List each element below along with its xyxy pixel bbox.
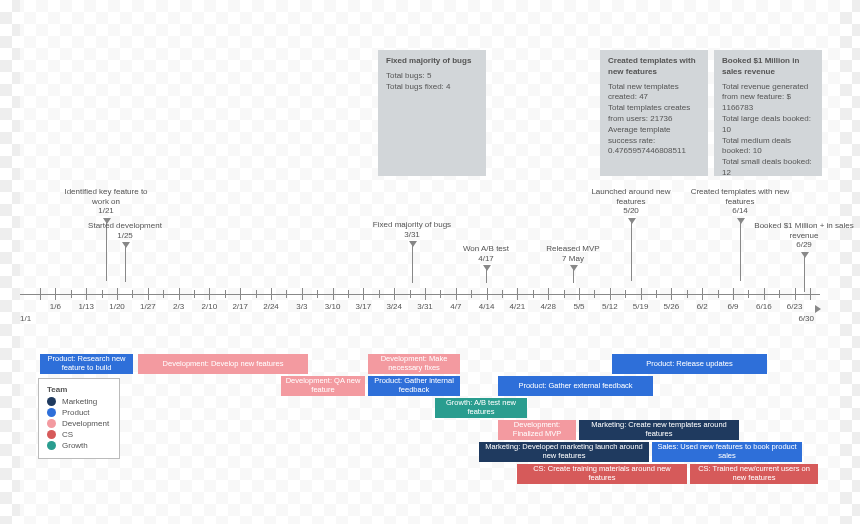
gantt-bar: Product: Gather external feedback bbox=[498, 376, 653, 396]
milestone-date: 6/14 bbox=[690, 206, 790, 216]
milestone-label: Identified key feature to work on bbox=[56, 187, 156, 206]
tick-label: 6/9 bbox=[727, 302, 738, 311]
legend-title: Team bbox=[47, 385, 109, 394]
milestone-date: 4/17 bbox=[436, 254, 536, 264]
info-card-line: Total new templates created: 47 bbox=[608, 82, 700, 104]
tick-label: 4/21 bbox=[510, 302, 526, 311]
info-card-line: Total bugs fixed: 4 bbox=[386, 82, 478, 93]
tick-label: 3/17 bbox=[356, 302, 372, 311]
tick-label: 2/3 bbox=[173, 302, 184, 311]
info-card-line: Total large deals booked: 10 bbox=[722, 114, 814, 136]
tick-label: 2/17 bbox=[232, 302, 248, 311]
tick-label: 2/24 bbox=[263, 302, 279, 311]
milestone-date: 1/21 bbox=[56, 206, 156, 216]
legend-swatch-icon bbox=[47, 441, 56, 450]
legend-item: Development bbox=[47, 419, 109, 428]
gantt-bar: Development: Finalized MVP bbox=[498, 420, 576, 440]
tick-label: 2/10 bbox=[202, 302, 218, 311]
tick-label: 5/19 bbox=[633, 302, 649, 311]
gantt-bar: Development: Make necessary fixes bbox=[368, 354, 460, 374]
tick-label: 5/5 bbox=[573, 302, 584, 311]
gantt-bar: Development: QA new feature bbox=[281, 376, 365, 396]
arrow-down-icon bbox=[740, 218, 741, 281]
legend-label: Development bbox=[62, 419, 109, 428]
legend-swatch-icon bbox=[47, 430, 56, 439]
milestone-label: Started development bbox=[75, 221, 175, 231]
milestone-date: 3/31 bbox=[362, 230, 462, 240]
gantt-bar: Development: Develop new features bbox=[138, 354, 308, 374]
info-card-line: Total medium deals booked: 10 bbox=[722, 136, 814, 158]
info-card-line: Total templates creates from users: 2173… bbox=[608, 103, 700, 125]
gantt-bar: Growth: A/B test new features bbox=[435, 398, 527, 418]
info-card-title: Booked $1 Million in sales revenue bbox=[722, 56, 814, 78]
axis-start-label: 1/1 bbox=[20, 314, 31, 323]
milestone-date: 1/25 bbox=[75, 231, 175, 241]
tick-label: 1/27 bbox=[140, 302, 156, 311]
legend-label: CS bbox=[62, 430, 73, 439]
legend-label: Marketing bbox=[62, 397, 97, 406]
tick-label: 1/20 bbox=[109, 302, 125, 311]
legend-swatch-icon bbox=[47, 419, 56, 428]
milestone-date: 5/20 bbox=[581, 206, 681, 216]
gantt-bar: Sales: Used new features to book product… bbox=[652, 442, 802, 462]
axis-end-label: 6/30 bbox=[798, 314, 814, 323]
tick-label: 3/10 bbox=[325, 302, 341, 311]
legend: Team MarketingProductDevelopmentCSGrowth bbox=[38, 378, 120, 459]
tick-label: 1/13 bbox=[78, 302, 94, 311]
legend-label: Product bbox=[62, 408, 90, 417]
info-card-line: Total bugs: 5 bbox=[386, 71, 478, 82]
tick-label: 6/16 bbox=[756, 302, 772, 311]
info-card: Created templates with new featuresTotal… bbox=[600, 50, 708, 176]
gantt-bar: CS: Trained new/current users on new fea… bbox=[690, 464, 818, 484]
tick-label: 5/26 bbox=[664, 302, 680, 311]
gantt-bar: Marketing: Create new templates around f… bbox=[579, 420, 739, 440]
info-card-line: Average template success rate: 0.4765957… bbox=[608, 125, 700, 157]
gantt-bar: Marketing: Developed marketing launch ar… bbox=[479, 442, 649, 462]
info-card: Fixed majority of bugsTotal bugs: 5Total… bbox=[378, 50, 486, 176]
tick-label: 4/7 bbox=[450, 302, 461, 311]
tick-label: 3/3 bbox=[296, 302, 307, 311]
info-card-title: Created templates with new features bbox=[608, 56, 700, 78]
timeline-axis: 1/61/131/201/272/32/102/172/243/33/103/1… bbox=[20, 280, 820, 320]
legend-item: Marketing bbox=[47, 397, 109, 406]
tick-label: 4/14 bbox=[479, 302, 495, 311]
milestone-label: Booked $1 Million + in sales revenue bbox=[754, 221, 854, 240]
arrow-down-icon bbox=[125, 242, 126, 282]
info-card-line: Total small deals booked: 12 bbox=[722, 157, 814, 179]
gantt-bar: Product: Gather internal feedback bbox=[368, 376, 460, 396]
gantt-bar: CS: Create training materials around new… bbox=[517, 464, 687, 484]
tick-label: 3/31 bbox=[417, 302, 433, 311]
milestone-date: 6/29 bbox=[754, 240, 854, 250]
arrow-down-icon bbox=[412, 241, 413, 283]
gantt-bar: Product: Research new feature to build bbox=[40, 354, 133, 374]
tick-label: 1/6 bbox=[50, 302, 61, 311]
info-card-title: Fixed majority of bugs bbox=[386, 56, 478, 67]
legend-item: CS bbox=[47, 430, 109, 439]
milestone-label: Fixed majority of bugs bbox=[362, 220, 462, 230]
milestone-label: Created templates with new features bbox=[690, 187, 790, 206]
tick-label: 5/12 bbox=[602, 302, 618, 311]
arrow-down-icon bbox=[631, 218, 632, 281]
tick-label: 6/2 bbox=[697, 302, 708, 311]
milestone-label: Launched around new features bbox=[581, 187, 681, 206]
gantt-bar: Product: Release updates bbox=[612, 354, 767, 374]
legend-swatch-icon bbox=[47, 408, 56, 417]
info-card: Booked $1 Million in sales revenueTotal … bbox=[714, 50, 822, 176]
legend-label: Growth bbox=[62, 441, 88, 450]
tick-label: 3/24 bbox=[386, 302, 402, 311]
tick-label: 4/28 bbox=[540, 302, 556, 311]
legend-swatch-icon bbox=[47, 397, 56, 406]
milestone-callout: Started development1/25 bbox=[75, 221, 175, 282]
diagram-canvas: Fixed majority of bugsTotal bugs: 5Total… bbox=[20, 0, 840, 524]
legend-item: Growth bbox=[47, 441, 109, 450]
milestone-callout: Launched around new features5/20 bbox=[581, 187, 681, 281]
info-card-line: Total revenue generated from new feature… bbox=[722, 82, 814, 114]
tick-label: 6/23 bbox=[787, 302, 803, 311]
milestone-label: Won A/B test bbox=[436, 244, 536, 254]
milestone-callout: Won A/B test4/17 bbox=[436, 244, 536, 283]
legend-item: Product bbox=[47, 408, 109, 417]
